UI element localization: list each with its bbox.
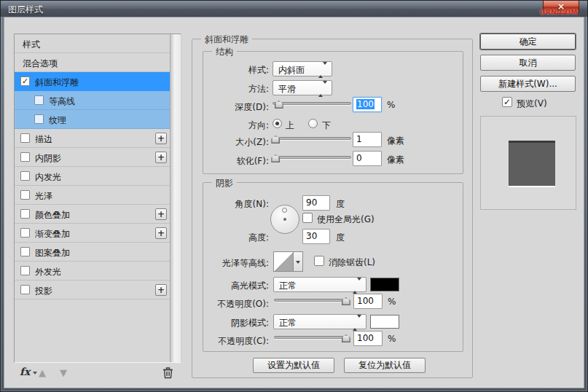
shadow-opacity-slider[interactable] [274,334,350,342]
sidebar-item-blending-options[interactable]: 混合选项 [15,53,170,72]
angle-unit: 度 [336,198,345,211]
delete-effect-icon[interactable] [162,366,173,381]
gloss-contour-dropdown-icon[interactable] [294,251,303,272]
gloss-contour-thumbnail[interactable] [273,251,294,272]
altitude-unit: 度 [336,232,345,244]
highlight-opacity-label: 不透明度(O): [209,298,269,310]
highlight-opacity-slider[interactable] [274,297,350,305]
shadow-mode-dropdown[interactable]: 正常 [273,314,366,329]
soften-field[interactable]: 0 [353,151,382,166]
angle-dial-handle[interactable] [282,208,287,213]
shading-group: 阴影 角度(N): 90 度 使用全局光(G) 高度: 30 度 光泽等高线: … [203,182,463,352]
fx-menu-caret-icon[interactable] [33,372,37,375]
sidebar-item-contour[interactable]: 等高线 [15,91,170,110]
checkbox-unchecked[interactable] [20,247,30,256]
method-dropdown[interactable]: 平滑 [273,80,332,95]
shadow-color-swatch[interactable] [370,315,399,329]
altitude-label: 高度: [209,232,269,244]
shadow-opacity-field[interactable]: 100 [353,331,383,346]
size-slider[interactable] [273,135,351,144]
sidebar-item-color-overlay[interactable]: 颜色叠加 + [15,205,170,224]
checkbox-unchecked[interactable] [20,152,30,162]
size-unit: 像素 [387,135,404,147]
soften-unit: 像素 [387,154,404,166]
structure-group: 结构 样式: 内斜面 方法: 平滑 深度(D): 100 % 方向: [203,51,463,174]
size-field[interactable]: 1 [353,132,382,147]
checkbox-unchecked[interactable] [20,266,30,275]
set-default-button[interactable]: 设置为默认值 [253,358,334,373]
shadow-opacity-unit: % [388,334,396,344]
depth-slider[interactable] [273,100,351,109]
reset-default-button[interactable]: 复位为默认值 [344,358,426,373]
add-instance-button[interactable]: + [155,227,167,239]
sidebar-item-outer-glow[interactable]: 外发光 [15,262,170,281]
style-dropdown[interactable]: 内斜面 [273,61,332,77]
bevel-emboss-panel: 斜面和浮雕 结构 样式: 内斜面 方法: 平滑 深度(D): 100 [192,39,473,378]
structure-title: 结构 [212,46,237,58]
direction-label: 方向: [209,119,269,132]
new-style-button[interactable]: 新建样式(W)... [480,76,576,92]
sidebar-item-bevel-emboss[interactable]: ✓ 斜面和浮雕 [15,72,170,91]
checkbox-unchecked[interactable] [20,285,30,294]
style-list: 样式 混合选项 ✓ 斜面和浮雕 等高线 纹理 描边 + [14,34,181,363]
titlebar[interactable]: 图层样式 [1,1,587,17]
antialias-label: 消除锯齿(L) [329,256,375,269]
sidebar-item-texture[interactable]: 纹理 [15,110,170,129]
use-global-light-label: 使用全局光(G) [317,213,375,226]
sidebar-item-pattern-overlay[interactable]: 图案叠加 [15,243,170,262]
layer-style-dialog: 图层样式 × URN.COM 样式 混合选项 ✓ 斜面和浮雕 等高线 纹理 [0,0,588,392]
sidebar-item-gradient-overlay[interactable]: 渐变叠加 + [15,224,170,243]
add-instance-button[interactable]: + [155,208,167,220]
highlight-color-swatch[interactable] [370,278,399,291]
direction-up-radio[interactable] [273,119,282,128]
direction-up-label: 上 [286,119,294,132]
preview-label: 预览(V) [517,98,547,110]
preview-checkbox[interactable]: ✓ [502,97,512,107]
angle-field[interactable]: 90 [302,195,330,211]
ok-button[interactable]: 确定 [480,34,576,50]
checkbox-unchecked[interactable] [20,133,30,143]
shadow-opacity-label: 不透明度(C): [209,335,269,348]
checkbox-unchecked[interactable] [20,209,30,219]
add-instance-button[interactable]: + [155,152,167,163]
preview-panel [480,116,576,210]
sidebar-item-inner-glow[interactable]: 内发光 [15,167,170,186]
checkbox-unchecked[interactable] [20,190,30,200]
checkbox-checked[interactable]: ✓ [20,77,30,86]
antialias-checkbox[interactable] [314,256,324,266]
soften-slider[interactable] [273,154,351,162]
highlight-opacity-field[interactable]: 100 [353,294,383,309]
add-instance-button[interactable]: + [155,284,167,296]
checkbox-unchecked[interactable] [34,95,44,105]
move-down-icon[interactable]: ▼ [60,367,67,378]
highlight-opacity-unit: % [388,297,396,307]
checkbox-unchecked[interactable] [20,228,30,238]
highlight-mode-dropdown[interactable]: 正常 [273,277,366,292]
move-up-icon[interactable]: ▲ [39,367,46,378]
angle-dial[interactable] [270,205,299,234]
gloss-contour-label: 光泽等高线: [209,257,269,270]
fx-menu-icon[interactable]: fx [20,366,30,377]
altitude-field[interactable]: 30 [302,229,330,244]
depth-label: 深度(D): [209,101,269,114]
sidebar-item-styles[interactable]: 样式 [15,34,170,53]
list-scrollbar[interactable] [170,34,181,362]
style-label: 样式: [209,64,269,77]
preview-square [509,141,555,186]
sidebar-item-satin[interactable]: 光泽 [15,186,170,205]
dialog-body: 样式 混合选项 ✓ 斜面和浮雕 等高线 纹理 描边 + [4,17,584,388]
checkbox-unchecked[interactable] [34,114,44,124]
sidebar-item-stroke[interactable]: 描边 + [15,129,170,148]
fx-toolbar: fx ▲ ▼ [14,365,181,381]
sidebar-item-inner-shadow[interactable]: 内阴影 + [15,148,170,167]
depth-field[interactable]: 100 [353,97,382,112]
window-title: 图层样式 [8,4,43,16]
use-global-light-checkbox[interactable] [302,213,313,223]
add-instance-button[interactable]: + [155,133,167,144]
panel-title: 斜面和浮雕 [201,34,252,46]
cancel-button[interactable]: 取消 [480,55,576,71]
direction-down-radio[interactable] [308,119,318,128]
sidebar-item-drop-shadow[interactable]: 投影 + [15,281,170,299]
checkbox-unchecked[interactable] [20,171,30,181]
watermark: URN.COM [540,9,578,16]
